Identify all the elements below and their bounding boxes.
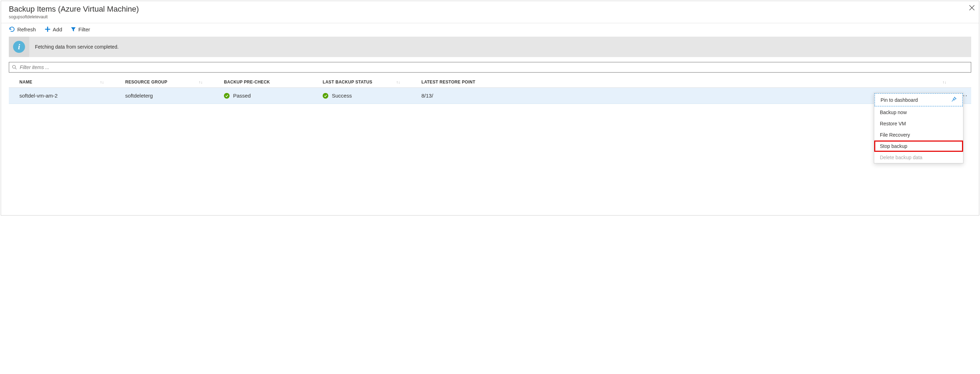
cell-resource-group: softdeleterg xyxy=(115,93,213,98)
svg-point-0 xyxy=(12,65,15,68)
page-title: Backup Items (Azure Virtual Machine) xyxy=(9,5,971,14)
cell-pre-check: Passed xyxy=(213,93,312,98)
menu-pin-to-dashboard[interactable]: Pin to dashboard xyxy=(875,94,963,106)
filter-items-box[interactable] xyxy=(9,62,971,73)
column-header-actions xyxy=(957,79,971,84)
pin-icon xyxy=(951,97,957,103)
blade-header: Backup Items (Azure Virtual Machine) sog… xyxy=(1,1,979,22)
column-header-name[interactable]: NAME ↑↓ xyxy=(9,79,115,84)
info-bar: i Fetching data from service completed. xyxy=(9,36,971,57)
sort-icon: ↑↓ xyxy=(100,80,104,84)
sort-icon: ↑↓ xyxy=(942,80,947,84)
cell-status: Success xyxy=(312,93,411,98)
search-icon xyxy=(12,65,17,70)
info-icon: i xyxy=(13,41,25,53)
column-header-resource-group[interactable]: RESOURCE GROUP ↑↓ xyxy=(115,79,213,84)
refresh-button[interactable]: Refresh xyxy=(9,26,36,32)
add-label: Add xyxy=(53,26,62,32)
filter-input[interactable] xyxy=(19,64,968,70)
refresh-icon xyxy=(9,26,15,32)
column-header-status[interactable]: LAST BACKUP STATUS ↑↓ xyxy=(312,79,411,84)
page-subtitle: sogupsoftdeletevault xyxy=(9,14,971,19)
column-header-restore[interactable]: LATEST RESTORE POINT ↑↓ xyxy=(411,79,957,84)
menu-delete-backup-data: Delete backup data xyxy=(874,152,963,163)
menu-file-recovery[interactable]: File Recovery xyxy=(874,129,963,141)
content-area: i Fetching data from service completed. … xyxy=(1,36,979,104)
filter-icon xyxy=(70,26,76,32)
add-button[interactable]: Add xyxy=(45,26,62,32)
info-message: Fetching data from service completed. xyxy=(29,44,118,50)
close-icon[interactable] xyxy=(969,5,975,12)
table-row[interactable]: softdel-vm-am-2 softdeleterg Passed Succ… xyxy=(9,88,971,104)
column-header-pre-check[interactable]: BACKUP PRE-CHECK xyxy=(213,79,312,84)
refresh-label: Refresh xyxy=(17,26,36,32)
check-icon xyxy=(224,93,229,98)
context-menu: Pin to dashboard Backup now Restore VM F… xyxy=(874,93,963,163)
menu-restore-vm[interactable]: Restore VM xyxy=(874,118,963,129)
backup-items-table: NAME ↑↓ RESOURCE GROUP ↑↓ BACKUP PRE-CHE… xyxy=(9,77,971,104)
filter-label: Filter xyxy=(78,26,90,32)
info-icon-wrap: i xyxy=(9,36,29,57)
sort-icon: ↑↓ xyxy=(396,80,400,84)
blade-container: Backup Items (Azure Virtual Machine) sog… xyxy=(1,1,979,216)
cell-name: softdel-vm-am-2 xyxy=(9,93,115,98)
plus-icon xyxy=(45,26,51,32)
sort-icon: ↑↓ xyxy=(199,80,203,84)
table-header-row: NAME ↑↓ RESOURCE GROUP ↑↓ BACKUP PRE-CHE… xyxy=(9,77,971,88)
menu-stop-backup[interactable]: Stop backup xyxy=(874,141,963,152)
menu-backup-now[interactable]: Backup now xyxy=(874,107,963,118)
filter-button[interactable]: Filter xyxy=(70,26,90,32)
check-icon xyxy=(323,93,328,98)
command-bar: Refresh Add Filter xyxy=(1,23,979,36)
